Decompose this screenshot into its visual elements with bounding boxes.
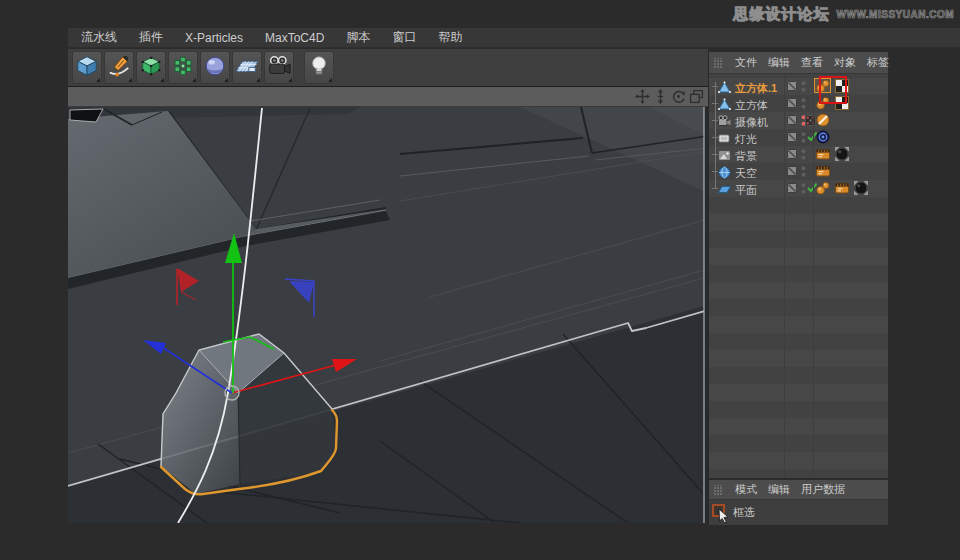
camera-object-icon: [718, 114, 731, 127]
attr-menu-item-2[interactable]: 用户数据: [801, 482, 845, 497]
object-manager-menu: 文件编辑查看对象标签: [709, 52, 888, 74]
compositing-tag-icon[interactable]: [816, 147, 830, 161]
main-toolbar: [68, 49, 708, 86]
grid-handle-icon[interactable]: [714, 485, 724, 495]
visibility-dots[interactable]: [801, 182, 806, 195]
floor-tool[interactable]: [232, 51, 262, 84]
object-row-立方体.1[interactable]: 立方体.1: [709, 78, 888, 95]
sky-object-icon: [718, 165, 731, 178]
viewport-header: [68, 87, 708, 107]
object-name: 摄像机: [735, 115, 768, 130]
spline-pen-tool[interactable]: [104, 51, 134, 84]
render-toggle-icon[interactable]: [787, 81, 797, 91]
attributes-panel: 模式编辑用户数据 框选: [708, 480, 888, 525]
watermark-url: WWW.MISSYUAN.COM: [837, 9, 954, 20]
edit-poly-tool-icon: [139, 54, 163, 81]
protection-tag-icon[interactable]: [816, 113, 830, 127]
attributes-menu: 模式编辑用户数据: [709, 480, 888, 500]
array-tool-icon: [171, 54, 195, 81]
light-tool[interactable]: [304, 51, 334, 84]
menu-item-5[interactable]: 窗口: [392, 29, 416, 46]
visibility-dots[interactable]: [801, 165, 806, 178]
light-tool-icon: [307, 54, 331, 81]
object-row-平面[interactable]: 平面: [709, 180, 888, 197]
phong-tag-icon[interactable]: [816, 181, 830, 195]
edit-poly-tool[interactable]: [136, 51, 166, 84]
add-cube-tool-icon: [75, 54, 99, 81]
main-menubar: 流水线插件X-ParticlesMaxToC4D脚本窗口帮助: [68, 28, 960, 48]
menu-item-0[interactable]: 流水线: [81, 29, 117, 46]
object-name: 平面: [735, 183, 757, 198]
menu-item-2[interactable]: X-Particles: [185, 31, 243, 45]
column-separator: [813, 74, 814, 478]
mouse-cursor-icon: [718, 509, 731, 524]
visibility-dots[interactable]: [801, 148, 806, 161]
visibility-dots[interactable]: [801, 80, 806, 93]
active-tool-label: 框选: [733, 505, 755, 520]
object-row-立方体[interactable]: 立方体: [709, 95, 888, 112]
om-menu-item-2[interactable]: 查看: [801, 55, 823, 70]
attr-menu-item-1[interactable]: 编辑: [768, 482, 790, 497]
gizmo-origin: [225, 386, 239, 400]
om-menu-item-0[interactable]: 文件: [735, 55, 757, 70]
attributes-content: 框选: [709, 500, 888, 525]
object-row-摄像机[interactable]: 摄像机: [709, 112, 888, 129]
field-sphere-tool[interactable]: [200, 51, 230, 84]
object-name: 立方体: [735, 98, 768, 113]
viewport[interactable]: [68, 86, 708, 523]
poly-object-icon: [718, 80, 731, 93]
render-toggle-icon[interactable]: [787, 115, 797, 125]
object-row-背景[interactable]: 背景: [709, 146, 888, 163]
background-object-icon: [718, 148, 731, 161]
render-toggle-icon[interactable]: [787, 183, 797, 193]
object-name: 立方体.1: [735, 81, 777, 96]
watermark-title: 思缘设计论坛: [734, 5, 830, 24]
visibility-dots[interactable]: [801, 131, 806, 144]
floor-tool-icon: [235, 54, 259, 81]
watermark: 思缘设计论坛 WWW.MISSYUAN.COM: [734, 5, 954, 24]
object-name: 背景: [735, 149, 757, 164]
viewport-scene[interactable]: [68, 107, 708, 523]
visibility-dots[interactable]: [801, 97, 806, 110]
menu-item-4[interactable]: 脚本: [346, 29, 370, 46]
render-toggle-icon[interactable]: [787, 98, 797, 108]
spline-pen-tool-icon: [107, 54, 131, 81]
object-row-天空[interactable]: 天空: [709, 163, 888, 180]
plane-object-icon: [718, 182, 731, 195]
om-menu-item-1[interactable]: 编辑: [768, 55, 790, 70]
object-manager: 文件编辑查看对象标签 立方体.1立方体摄像机灯光背景天空平面: [708, 52, 888, 478]
annotation-red-box: [819, 76, 847, 104]
camera-tool[interactable]: [264, 51, 294, 84]
attr-menu-item-0[interactable]: 模式: [735, 482, 757, 497]
active-camera-icon[interactable]: [805, 115, 816, 126]
viewport-nav: [635, 89, 704, 104]
render-toggle-icon[interactable]: [787, 149, 797, 159]
render-toggle-icon[interactable]: [787, 166, 797, 176]
grid-handle-icon[interactable]: [714, 58, 724, 68]
toggle-view-icon[interactable]: [689, 89, 704, 104]
pan-icon[interactable]: [635, 89, 650, 104]
menu-item-3[interactable]: MaxToC4D: [265, 31, 324, 45]
light-object-icon: [718, 131, 731, 144]
render-toggle-icon[interactable]: [787, 132, 797, 142]
om-menu-item-3[interactable]: 对象: [834, 55, 856, 70]
rotate-icon[interactable]: [671, 89, 686, 104]
object-list: 立方体.1立方体摄像机灯光背景天空平面: [709, 74, 888, 478]
menu-item-1[interactable]: 插件: [139, 29, 163, 46]
column-separator: [784, 74, 785, 478]
compositing-tag-icon[interactable]: [835, 181, 849, 195]
c4d-window: 思缘设计论坛 WWW.MISSYUAN.COM 流水线插件X-Particles…: [0, 0, 960, 560]
menu-item-6[interactable]: 帮助: [438, 29, 462, 46]
compositing-tag-icon[interactable]: [816, 164, 830, 178]
array-tool[interactable]: [168, 51, 198, 84]
object-row-灯光[interactable]: 灯光: [709, 129, 888, 146]
target-tag-icon[interactable]: [816, 130, 830, 144]
dolly-icon[interactable]: [653, 89, 668, 104]
add-cube-tool[interactable]: [72, 51, 102, 84]
field-sphere-tool-icon: [203, 54, 227, 81]
poly-object-icon: [718, 97, 731, 110]
object-name: 天空: [735, 166, 757, 181]
om-menu-item-4[interactable]: 标签: [867, 55, 889, 70]
material-tag-icon[interactable]: [835, 147, 849, 161]
material-tag-icon[interactable]: [854, 181, 868, 195]
